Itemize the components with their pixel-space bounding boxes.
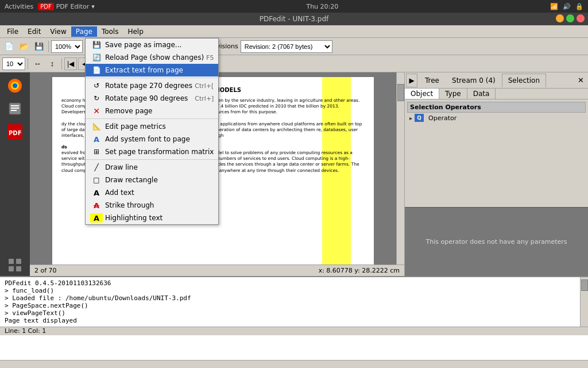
revision-combo[interactable]: Revision: 2 (7067 bytes) xyxy=(241,40,332,53)
expand-arrow: ▸ xyxy=(409,115,412,121)
console-line-6: Page text displayed xyxy=(5,317,575,324)
app-indicator[interactable]: PDF PDF Editor ▾ xyxy=(38,3,95,10)
wifi-icon: 📶 xyxy=(550,3,558,10)
new-btn[interactable]: 📄 xyxy=(2,40,16,53)
selection-content: Selection Operators ▸ Q Operator xyxy=(405,99,588,207)
right-sub-tabs: Object Type Data xyxy=(405,89,588,99)
menu-rotate-90[interactable]: ↻ Rotate page 90 degrees Ctrl+] xyxy=(86,92,218,105)
strike-through-label: Strike through xyxy=(105,201,154,209)
save-btn[interactable]: 💾 xyxy=(32,40,46,53)
right-bottom-panel: This operator does not have any paramete… xyxy=(405,207,588,276)
sidebar-icon-firefox[interactable] xyxy=(3,75,26,97)
menu-extract-text[interactable]: 📄 Extract text from page xyxy=(86,64,218,76)
set-transform-icon: ⊞ xyxy=(90,147,103,156)
page-dropdown-menu: 💾 Save page as image... 🔄 Reload Page (s… xyxy=(85,38,219,225)
operator-row[interactable]: ▸ Q Operator xyxy=(407,113,586,123)
first-page-btn[interactable]: |◀ xyxy=(64,57,77,70)
svg-rect-10 xyxy=(16,259,21,264)
close-button[interactable] xyxy=(577,14,585,22)
tree-tab-label: Tree xyxy=(425,76,439,85)
add-font-label: Add system font to page xyxy=(105,135,190,143)
menu-save-page-image[interactable]: 💾 Save page as image... xyxy=(86,39,218,51)
draw-line-icon: ╱ xyxy=(90,163,103,172)
volume-icon: 🔊 xyxy=(563,3,571,10)
menu-tools[interactable]: Tools xyxy=(97,26,123,37)
draw-line-label: Draw line xyxy=(105,163,138,171)
menu-set-transform[interactable]: ⊞ Set page transformation matrix xyxy=(86,145,218,158)
minimize-button[interactable] xyxy=(556,14,564,22)
no-params-text: This operator does not have any paramete… xyxy=(409,212,583,271)
menu-reload-page[interactable]: 🔄 Reload Page (show changes) F5 xyxy=(86,51,218,64)
reload-shortcut: F5 xyxy=(206,54,214,62)
rotate-90-label: Rotate page 90 degrees xyxy=(105,94,188,102)
console-output[interactable]: PDFedit 0.4.5-20101103132636 > func_load… xyxy=(0,277,580,327)
window-title: PDFedit - UNIT-3.pdf xyxy=(260,15,329,23)
sep4 xyxy=(28,58,28,70)
svg-rect-5 xyxy=(11,108,19,109)
sysbar-right: 📶 🔊 🔒 xyxy=(550,3,583,10)
menu-file[interactable]: File xyxy=(2,26,23,37)
highlighting-label: Highlighting text xyxy=(105,214,163,222)
page-size-combo[interactable]: 10 xyxy=(2,57,25,70)
object-tab-label: Object xyxy=(411,90,433,98)
fit-height-btn[interactable]: ↕ xyxy=(45,57,59,71)
fit-width-btn[interactable]: ↔ xyxy=(30,57,44,71)
svg-rect-4 xyxy=(11,105,19,106)
pdf-scrollbar[interactable] xyxy=(396,72,404,264)
tab-arrow-left[interactable]: ▶ xyxy=(406,74,417,87)
console-input-area[interactable] xyxy=(0,335,588,360)
console-line-4: > PageSpace.nextPage() xyxy=(5,302,575,309)
pdf-coords: x: 8.60778 y: 28.2222 cm xyxy=(319,267,400,274)
sidebar-icon-apps[interactable] xyxy=(3,254,26,276)
menu-add-text[interactable]: A Add text xyxy=(86,186,218,199)
activities-label[interactable]: Activities xyxy=(5,3,33,10)
sidebar-icon-pdf[interactable]: PDF xyxy=(3,121,26,143)
operator-label: Operator xyxy=(428,114,457,122)
system-bar: Activities PDF PDF Editor ▾ Thu 20:20 📶 … xyxy=(0,0,588,13)
sysbar-clock: Thu 20:20 xyxy=(95,3,550,10)
arrow-icon: ▶ xyxy=(409,76,414,85)
menu-remove-page[interactable]: ✕ Remove page xyxy=(86,105,218,117)
menu-draw-line[interactable]: ╱ Draw line xyxy=(86,161,218,174)
console-line-col: Line: 1 Col: 1 xyxy=(5,327,46,335)
menu-help[interactable]: Help xyxy=(123,26,148,37)
menu-highlighting[interactable]: A Highlighting text xyxy=(86,212,218,224)
set-transform-label: Set page transformation matrix xyxy=(105,148,214,156)
add-font-icon: A xyxy=(90,135,103,144)
divider-3 xyxy=(86,159,218,160)
menu-draw-rect[interactable]: □ Draw rectangle xyxy=(86,174,218,186)
tab-tree[interactable]: Tree xyxy=(419,74,446,87)
right-tabs: ▶ Tree Stream 0 (4) Selection ✕ xyxy=(405,72,588,89)
maximize-button[interactable] xyxy=(566,14,574,22)
sub-tab-data[interactable]: Data xyxy=(467,89,496,99)
console-scroll-thumb[interactable] xyxy=(581,279,588,291)
open-btn[interactable]: 📂 xyxy=(17,40,31,53)
menu-rotate-270[interactable]: ↺ Rotate page 270 degrees Ctrl+[ xyxy=(86,79,218,92)
menu-edit[interactable]: Edit xyxy=(23,26,45,37)
zoom-combo[interactable]: 100% 75% 125% xyxy=(51,40,83,53)
type-tab-label: Type xyxy=(445,90,461,98)
tab-stream[interactable]: Stream 0 (4) xyxy=(446,74,502,87)
console-scrollbar[interactable] xyxy=(580,277,588,327)
rotate-90-icon: ↻ xyxy=(90,94,103,103)
sub-tab-type[interactable]: Type xyxy=(439,89,467,99)
menu-page[interactable]: Page xyxy=(71,26,97,37)
menu-edit-metrics[interactable]: 📐 Edit page metrics xyxy=(86,120,218,133)
menu-strike-through[interactable]: A Strike through xyxy=(86,199,218,212)
svg-text:PDF: PDF xyxy=(9,130,21,136)
menu-view[interactable]: View xyxy=(45,26,71,37)
svg-point-2 xyxy=(13,83,17,88)
title-bar: PDFedit - UNIT-3.pdf xyxy=(0,13,588,25)
highlighting-icon: A xyxy=(90,213,103,223)
menu-add-font[interactable]: A Add system font to page xyxy=(86,133,218,145)
operator-icon: Q xyxy=(415,114,424,122)
sidebar-icon-files[interactable] xyxy=(3,98,26,120)
close-panel-btn[interactable]: ✕ xyxy=(575,75,586,86)
tab-selection[interactable]: Selection xyxy=(502,74,546,87)
scroll-thumb[interactable] xyxy=(397,84,404,101)
edit-metrics-label: Edit page metrics xyxy=(105,122,166,131)
right-panel: ▶ Tree Stream 0 (4) Selection ✕ Object xyxy=(404,72,588,276)
sub-tab-object[interactable]: Object xyxy=(405,89,439,99)
sep1 xyxy=(48,41,49,52)
save-page-label: Save page as image... xyxy=(105,41,181,49)
